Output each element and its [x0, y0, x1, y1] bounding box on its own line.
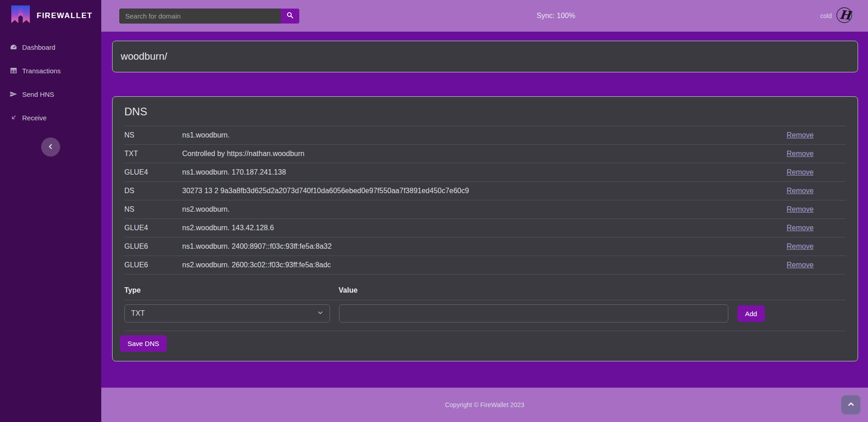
- dns-records-table: NS ns1.woodburn. Remove TXT Controlled b…: [124, 126, 846, 275]
- record-value: 30273 13 2 9a3a8fb3d625d2a2073d740f10da6…: [182, 187, 787, 195]
- domain-search: [119, 9, 299, 24]
- remove-link[interactable]: Remove: [787, 168, 814, 176]
- record-type: TXT: [124, 150, 182, 158]
- record-value: ns1.woodburn.: [182, 131, 787, 139]
- paper-plane-icon: [9, 90, 18, 99]
- sidebar-nav: Dashboard Transactions Send HNS Receive: [0, 35, 101, 129]
- wallet-indicator[interactable]: cold H: [820, 7, 868, 25]
- remove-link[interactable]: Remove: [787, 150, 814, 157]
- sidebar-item-label: Send HNS: [22, 90, 54, 98]
- wallet-name: cold: [820, 12, 832, 19]
- record-type: GLUE4: [124, 168, 182, 176]
- sidebar-item-receive[interactable]: Receive: [0, 106, 101, 129]
- copyright-text: Copyright © FireWallet 2023: [445, 401, 524, 408]
- add-record-button[interactable]: Add: [737, 305, 765, 322]
- remove-link[interactable]: Remove: [787, 261, 814, 269]
- sidebar: FIREWALLET Dashboard Transactions Send H…: [0, 0, 101, 422]
- topbar: Sync: 100% cold H: [101, 0, 868, 32]
- scroll-top-button[interactable]: [841, 395, 861, 415]
- dns-record-row: DS 30273 13 2 9a3a8fb3d625d2a2073d740f10…: [124, 182, 846, 200]
- record-type: NS: [124, 131, 182, 139]
- dns-record-row: NS ns1.woodburn. Remove: [124, 126, 846, 145]
- sidebar-item-dashboard[interactable]: Dashboard: [0, 35, 101, 59]
- sidebar-item-send-hns[interactable]: Send HNS: [0, 82, 101, 106]
- sidebar-item-transactions[interactable]: Transactions: [0, 59, 101, 82]
- search-input[interactable]: [119, 9, 281, 24]
- remove-link[interactable]: Remove: [787, 131, 814, 139]
- record-value: Controlled by https://nathan.woodburn: [182, 150, 787, 158]
- record-value: ns1.woodburn. 170.187.241.138: [182, 168, 787, 176]
- handshake-icon: H: [836, 7, 853, 25]
- record-value: ns2.woodburn.: [182, 205, 787, 213]
- dns-record-row: NS ns2.woodburn. Remove: [124, 200, 846, 219]
- sidebar-item-label: Dashboard: [22, 43, 55, 51]
- value-header: Value: [339, 286, 358, 294]
- sidebar-collapse-button[interactable]: [41, 138, 60, 156]
- add-record-headers: Type Value: [124, 286, 846, 300]
- record-type: GLUE6: [124, 261, 182, 269]
- dns-record-row: GLUE4 ns2.woodburn. 143.42.128.6 Remove: [124, 219, 846, 237]
- dns-record-row: GLUE6 ns2.woodburn. 2600:3c02::f03c:93ff…: [124, 256, 846, 275]
- table-icon: [9, 66, 18, 75]
- gauge-icon: [9, 43, 18, 52]
- remove-link[interactable]: Remove: [787, 187, 814, 194]
- page-title: woodburn/: [121, 51, 167, 62]
- chevron-left-icon: [47, 143, 54, 151]
- selected-type: TXT: [131, 309, 145, 318]
- chevron-down-icon: [317, 309, 323, 318]
- form-divider: [124, 331, 846, 331]
- search-button[interactable]: [281, 9, 299, 24]
- arrow-down-left-icon: [9, 114, 18, 122]
- dns-record-row: GLUE4 ns1.woodburn. 170.187.241.138 Remo…: [124, 163, 846, 182]
- save-dns-button[interactable]: Save DNS: [120, 335, 167, 352]
- dns-record-row: GLUE6 ns1.woodburn. 2400:8907::f03c:93ff…: [124, 237, 846, 256]
- record-value: ns1.woodburn. 2400:8907::f03c:93ff:fe5a:…: [182, 242, 787, 251]
- content-area: woodburn/ DNS NS ns1.woodburn. Remove TX…: [101, 32, 868, 388]
- firewallet-logo-icon: [11, 5, 30, 27]
- record-value: ns2.woodburn. 2600:3c02::f03c:93ff:fe5a:…: [182, 261, 787, 269]
- remove-link[interactable]: Remove: [787, 242, 814, 250]
- record-type: NS: [124, 205, 182, 213]
- sync-status: Sync: 100%: [537, 12, 575, 20]
- sidebar-item-label: Receive: [22, 114, 47, 122]
- dns-record-row: TXT Controlled by https://nathan.woodbur…: [124, 145, 846, 163]
- dns-heading: DNS: [113, 97, 858, 126]
- add-record-form: TXT Add: [124, 304, 846, 322]
- remove-link[interactable]: Remove: [787, 224, 814, 232]
- svg-text:H: H: [839, 7, 853, 23]
- footer: Copyright © FireWallet 2023: [101, 388, 868, 422]
- sidebar-item-label: Transactions: [22, 67, 61, 75]
- record-type: DS: [124, 187, 182, 195]
- record-type-select[interactable]: TXT: [124, 304, 330, 322]
- brand-name: FIREWALLET: [37, 11, 93, 20]
- record-value-input[interactable]: [339, 304, 728, 322]
- chevron-up-icon: [848, 401, 854, 409]
- domain-card: woodburn/: [112, 41, 858, 72]
- record-type: GLUE4: [124, 224, 182, 232]
- record-value: ns2.woodburn. 143.42.128.6: [182, 224, 787, 232]
- record-type: GLUE6: [124, 242, 182, 251]
- search-icon: [286, 11, 294, 20]
- type-header: Type: [124, 286, 339, 294]
- remove-link[interactable]: Remove: [787, 205, 814, 213]
- dns-card: DNS NS ns1.woodburn. Remove TXT Controll…: [112, 96, 858, 361]
- brand[interactable]: FIREWALLET: [0, 0, 101, 32]
